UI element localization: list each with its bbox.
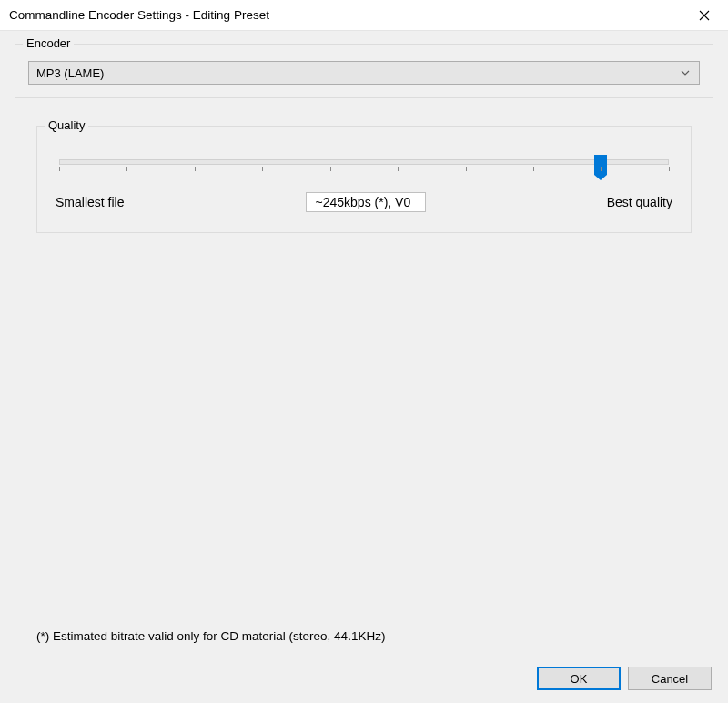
slider-current-value: ~245kbps (*), V0 xyxy=(306,192,426,212)
close-button[interactable] xyxy=(684,2,724,29)
encoder-legend: Encoder xyxy=(23,36,74,50)
close-icon xyxy=(699,10,710,21)
chevron-down-icon xyxy=(679,66,692,79)
quality-section: Quality xyxy=(15,107,713,242)
encoder-groupbox: Encoder MP3 (LAME) xyxy=(15,44,713,98)
dialog-button-row: OK Cancel xyxy=(15,659,713,692)
ok-button[interactable]: OK xyxy=(537,667,621,690)
encoder-dropdown[interactable]: MP3 (LAME) xyxy=(28,61,700,85)
titlebar: Commandline Encoder Settings - Editing P… xyxy=(0,0,728,31)
cancel-button[interactable]: Cancel xyxy=(628,667,712,690)
quality-slider[interactable] xyxy=(54,152,674,181)
slider-track xyxy=(59,159,669,165)
dialog-window: Commandline Encoder Settings - Editing P… xyxy=(0,0,728,703)
spacer xyxy=(15,242,713,629)
slider-min-label: Smallest file xyxy=(56,195,124,209)
quality-groupbox: Quality xyxy=(36,126,692,233)
slider-max-label: Best quality xyxy=(607,195,672,209)
slider-ticks xyxy=(59,167,669,174)
bitrate-footnote: (*) Estimated bitrate valid only for CD … xyxy=(15,629,713,659)
slider-labels-row: Smallest file ~245kbps (*), V0 Best qual… xyxy=(54,192,674,212)
quality-legend: Quality xyxy=(45,118,88,132)
encoder-selected-value: MP3 (LAME) xyxy=(36,66,679,80)
window-title: Commandline Encoder Settings - Editing P… xyxy=(9,8,684,22)
client-area: Encoder MP3 (LAME) Quality xyxy=(0,31,728,703)
